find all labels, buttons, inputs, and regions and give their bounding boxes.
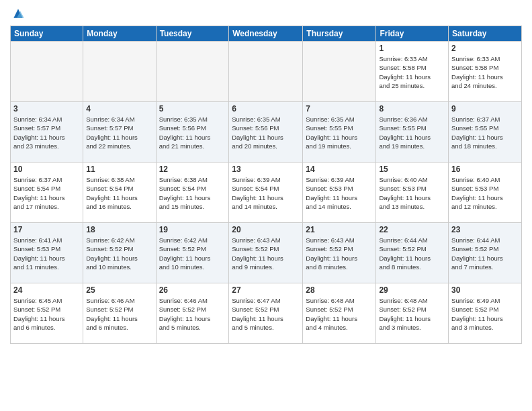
day-number: 15 [379, 165, 445, 174]
day-number: 21 [306, 225, 373, 234]
day-info: Sunrise: 6:46 AM Sunset: 5:52 PM Dayligh… [86, 296, 152, 332]
day-info: Sunrise: 6:39 AM Sunset: 5:53 PM Dayligh… [306, 175, 373, 211]
day-info: Sunrise: 6:35 AM Sunset: 5:56 PM Dayligh… [159, 115, 226, 150]
calendar-cell: 8Sunrise: 6:36 AM Sunset: 5:55 PM Daylig… [376, 102, 449, 163]
day-info: Sunrise: 6:40 AM Sunset: 5:53 PM Dayligh… [379, 175, 445, 211]
calendar-cell: 4Sunrise: 6:34 AM Sunset: 5:57 PM Daylig… [83, 102, 156, 163]
day-number: 18 [86, 225, 152, 234]
calendar-cell [156, 42, 229, 102]
calendar-week-0: 1Sunrise: 6:33 AM Sunset: 5:58 PM Daylig… [11, 42, 522, 102]
calendar-cell: 30Sunrise: 6:49 AM Sunset: 5:52 PM Dayli… [449, 283, 522, 344]
day-info: Sunrise: 6:44 AM Sunset: 5:52 PM Dayligh… [451, 236, 519, 271]
day-info: Sunrise: 6:33 AM Sunset: 5:58 PM Dayligh… [451, 54, 519, 90]
calendar-cell: 14Sunrise: 6:39 AM Sunset: 5:53 PM Dayli… [303, 163, 376, 223]
calendar-cell: 19Sunrise: 6:42 AM Sunset: 5:52 PM Dayli… [156, 223, 229, 283]
day-number: 11 [86, 165, 152, 174]
day-info: Sunrise: 6:45 AM Sunset: 5:52 PM Dayligh… [13, 296, 80, 332]
calendar-cell [11, 42, 83, 102]
calendar-header-friday: Friday [376, 26, 449, 42]
day-number: 14 [306, 165, 373, 174]
logo [10, 7, 25, 20]
day-number: 2 [451, 44, 519, 53]
day-info: Sunrise: 6:38 AM Sunset: 5:54 PM Dayligh… [86, 175, 152, 211]
calendar-cell: 10Sunrise: 6:37 AM Sunset: 5:54 PM Dayli… [11, 163, 83, 223]
calendar-cell: 12Sunrise: 6:38 AM Sunset: 5:54 PM Dayli… [156, 163, 229, 223]
day-number: 29 [379, 285, 445, 295]
day-info: Sunrise: 6:35 AM Sunset: 5:56 PM Dayligh… [232, 115, 300, 150]
day-info: Sunrise: 6:48 AM Sunset: 5:52 PM Dayligh… [306, 296, 373, 332]
day-number: 22 [379, 225, 445, 234]
calendar-cell: 7Sunrise: 6:35 AM Sunset: 5:55 PM Daylig… [303, 102, 376, 163]
day-number: 5 [159, 104, 226, 113]
calendar-header-thursday: Thursday [303, 26, 376, 42]
day-info: Sunrise: 6:43 AM Sunset: 5:52 PM Dayligh… [306, 236, 373, 271]
calendar-cell: 15Sunrise: 6:40 AM Sunset: 5:53 PM Dayli… [376, 163, 449, 223]
calendar-cell: 6Sunrise: 6:35 AM Sunset: 5:56 PM Daylig… [229, 102, 303, 163]
calendar-cell: 24Sunrise: 6:45 AM Sunset: 5:52 PM Dayli… [11, 283, 83, 344]
day-info: Sunrise: 6:34 AM Sunset: 5:57 PM Dayligh… [13, 115, 80, 150]
header [10, 7, 522, 20]
logo-icon [11, 7, 25, 20]
day-number: 8 [379, 104, 445, 113]
calendar-cell [303, 42, 376, 102]
day-info: Sunrise: 6:39 AM Sunset: 5:54 PM Dayligh… [232, 175, 300, 211]
calendar-cell: 22Sunrise: 6:44 AM Sunset: 5:52 PM Dayli… [376, 223, 449, 283]
day-info: Sunrise: 6:35 AM Sunset: 5:55 PM Dayligh… [306, 115, 373, 150]
calendar-header-saturday: Saturday [449, 26, 522, 42]
calendar-cell: 2Sunrise: 6:33 AM Sunset: 5:58 PM Daylig… [449, 42, 522, 102]
calendar-cell: 26Sunrise: 6:46 AM Sunset: 5:52 PM Dayli… [156, 283, 229, 344]
calendar-cell: 20Sunrise: 6:43 AM Sunset: 5:52 PM Dayli… [229, 223, 303, 283]
calendar-week-4: 24Sunrise: 6:45 AM Sunset: 5:52 PM Dayli… [11, 283, 522, 344]
calendar-cell: 3Sunrise: 6:34 AM Sunset: 5:57 PM Daylig… [11, 102, 83, 163]
page: SundayMondayTuesdayWednesdayThursdayFrid… [0, 0, 532, 411]
day-number: 20 [232, 225, 300, 234]
calendar-header-row: SundayMondayTuesdayWednesdayThursdayFrid… [11, 26, 522, 42]
day-info: Sunrise: 6:34 AM Sunset: 5:57 PM Dayligh… [86, 115, 152, 150]
day-info: Sunrise: 6:33 AM Sunset: 5:58 PM Dayligh… [379, 54, 445, 90]
day-number: 6 [232, 104, 300, 113]
day-number: 4 [86, 104, 152, 113]
day-info: Sunrise: 6:37 AM Sunset: 5:54 PM Dayligh… [13, 175, 80, 211]
day-info: Sunrise: 6:46 AM Sunset: 5:52 PM Dayligh… [159, 296, 226, 332]
calendar-header-tuesday: Tuesday [156, 26, 229, 42]
calendar-cell: 13Sunrise: 6:39 AM Sunset: 5:54 PM Dayli… [229, 163, 303, 223]
calendar-cell [83, 42, 156, 102]
day-number: 16 [451, 165, 519, 174]
day-number: 13 [232, 165, 300, 174]
day-info: Sunrise: 6:41 AM Sunset: 5:53 PM Dayligh… [13, 236, 80, 271]
day-number: 27 [232, 285, 300, 295]
day-number: 25 [86, 285, 152, 295]
calendar-header-wednesday: Wednesday [229, 26, 303, 42]
calendar-table: SundayMondayTuesdayWednesdayThursdayFrid… [10, 26, 522, 344]
calendar-cell: 29Sunrise: 6:48 AM Sunset: 5:52 PM Dayli… [376, 283, 449, 344]
day-info: Sunrise: 6:47 AM Sunset: 5:52 PM Dayligh… [232, 296, 300, 332]
calendar-header-monday: Monday [83, 26, 156, 42]
day-number: 3 [13, 104, 80, 113]
day-number: 9 [451, 104, 519, 113]
day-number: 17 [13, 225, 80, 234]
day-number: 1 [379, 44, 445, 53]
calendar-cell: 25Sunrise: 6:46 AM Sunset: 5:52 PM Dayli… [83, 283, 156, 344]
day-info: Sunrise: 6:43 AM Sunset: 5:52 PM Dayligh… [232, 236, 300, 271]
day-number: 30 [451, 285, 519, 295]
calendar-cell: 28Sunrise: 6:48 AM Sunset: 5:52 PM Dayli… [303, 283, 376, 344]
day-info: Sunrise: 6:40 AM Sunset: 5:53 PM Dayligh… [451, 175, 519, 211]
calendar-week-3: 17Sunrise: 6:41 AM Sunset: 5:53 PM Dayli… [11, 223, 522, 283]
calendar-cell: 17Sunrise: 6:41 AM Sunset: 5:53 PM Dayli… [11, 223, 83, 283]
calendar-week-1: 3Sunrise: 6:34 AM Sunset: 5:57 PM Daylig… [11, 102, 522, 163]
calendar-cell [229, 42, 303, 102]
calendar-cell: 23Sunrise: 6:44 AM Sunset: 5:52 PM Dayli… [449, 223, 522, 283]
calendar-cell: 18Sunrise: 6:42 AM Sunset: 5:52 PM Dayli… [83, 223, 156, 283]
day-number: 19 [159, 225, 226, 234]
calendar-cell: 1Sunrise: 6:33 AM Sunset: 5:58 PM Daylig… [376, 42, 449, 102]
day-number: 28 [306, 285, 373, 295]
calendar-cell: 9Sunrise: 6:37 AM Sunset: 5:55 PM Daylig… [449, 102, 522, 163]
day-info: Sunrise: 6:48 AM Sunset: 5:52 PM Dayligh… [379, 296, 445, 332]
calendar-header-sunday: Sunday [11, 26, 83, 42]
calendar-cell: 5Sunrise: 6:35 AM Sunset: 5:56 PM Daylig… [156, 102, 229, 163]
day-number: 23 [451, 225, 519, 234]
calendar-cell: 27Sunrise: 6:47 AM Sunset: 5:52 PM Dayli… [229, 283, 303, 344]
day-info: Sunrise: 6:49 AM Sunset: 5:52 PM Dayligh… [451, 296, 519, 332]
calendar-week-2: 10Sunrise: 6:37 AM Sunset: 5:54 PM Dayli… [11, 163, 522, 223]
calendar-cell: 21Sunrise: 6:43 AM Sunset: 5:52 PM Dayli… [303, 223, 376, 283]
